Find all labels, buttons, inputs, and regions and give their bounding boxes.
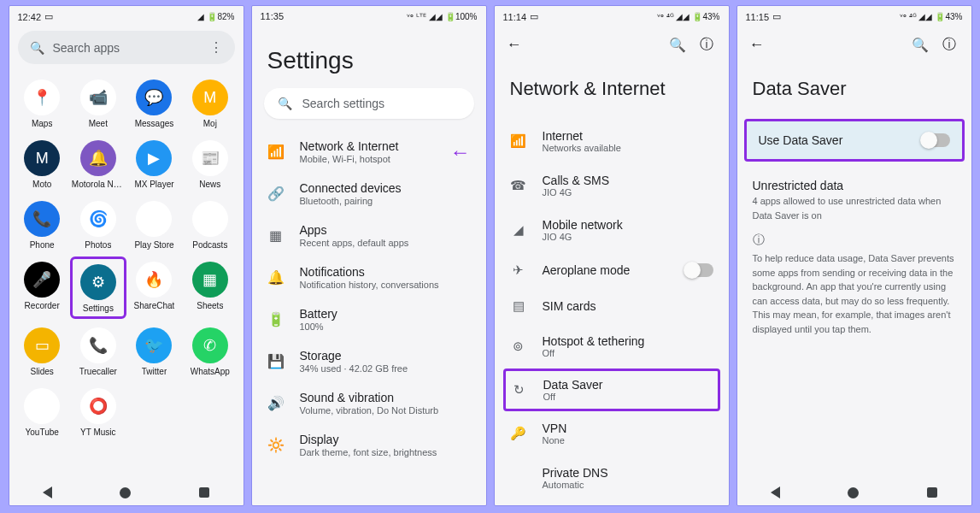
aeroplane-toggle[interactable] [684, 263, 713, 277]
setting-icon: 🔔 [267, 269, 285, 286]
app-icon: ▶ [24, 388, 60, 424]
app-icon: ▶ [136, 201, 172, 237]
row-icon: ⊚ [510, 339, 527, 354]
network-private-dns[interactable]: Private DNSAutomatic [495, 456, 729, 500]
setting-storage[interactable]: 💾Storage34% used · 42.02 GB free [252, 340, 486, 382]
setting-connected-devices[interactable]: 🔗Connected devicesBluetooth, pairing [252, 173, 486, 215]
network-aeroplane-mode[interactable]: ✈Aeroplane mode [495, 252, 729, 288]
page-title: Data Saver [737, 61, 971, 119]
app-label: Moto [32, 180, 51, 189]
app-icon: 📞 [24, 201, 60, 237]
app-moj[interactable]: MMoj [182, 74, 238, 132]
app-moto[interactable]: MMoto [15, 135, 70, 192]
setting-network---internet[interactable]: 📶Network & InternetMobile, Wi-Fi, hotspo… [252, 131, 486, 173]
app-label: Slides [31, 367, 54, 376]
setting-title: Apps [300, 223, 471, 237]
app-twitter[interactable]: 🐦Twitter [126, 322, 182, 380]
more-icon[interactable]: ⋮ [209, 39, 223, 56]
setting-icon: ▦ [267, 227, 285, 244]
nav-back-button[interactable] [771, 486, 780, 498]
use-data-saver-row[interactable]: Use Data Saver [744, 119, 965, 162]
setting-icon: 📶 [267, 144, 285, 160]
nav-recent-button[interactable] [927, 487, 937, 498]
back-button[interactable]: ← [749, 36, 765, 54]
setting-title: Network & Internet [300, 139, 440, 153]
app-icon: 🔥 [136, 262, 172, 298]
app-icon: ⭕ [80, 388, 116, 424]
row-title: VPN [543, 422, 713, 435]
network-mobile-network[interactable]: ◢Mobile networkJIO 4G [495, 208, 729, 252]
app-podcasts[interactable]: 🎙Podcasts [182, 196, 238, 253]
nav-home-button[interactable] [848, 487, 859, 498]
screenshot-container: 12:42 ▭ ◢ 🔋82% 🔍 Search apps ⋮ 📍Maps📹Mee… [5, 5, 975, 506]
row-icon: ☎ [510, 178, 527, 193]
app-motorolanoti[interactable]: 🔔Motorola Noti... [70, 135, 126, 192]
app-news[interactable]: 📰News [182, 135, 238, 192]
setting-sub: Volume, vibration, Do Not Disturb [300, 405, 471, 416]
app-phone[interactable]: 📞Phone [15, 196, 70, 253]
search-icon[interactable]: 🔍 [666, 33, 690, 56]
nav-recent-button[interactable] [199, 487, 209, 498]
unrestricted-title[interactable]: Unrestricted data [737, 162, 971, 194]
nav-home-button[interactable] [120, 487, 131, 498]
row-title: Private DNS [543, 466, 713, 480]
network-vpn[interactable]: 🔑VPNNone [495, 411, 729, 456]
signal-icons: ᵛᵒ ᴸᵀᴱ ◢◢ [407, 12, 443, 21]
row-icon: 🔑 [510, 426, 527, 441]
data-saver-toggle[interactable] [921, 133, 950, 147]
network-hotspot---tethering[interactable]: ⊚Hotspot & tetheringOff [495, 324, 729, 369]
network-calls---sms[interactable]: ☎Calls & SMSJIO 4G [495, 163, 729, 208]
setting-sound---vibration[interactable]: 🔊Sound & vibrationVolume, vibration, Do … [252, 382, 486, 424]
app-ytmusic[interactable]: ⭕YT Music [70, 383, 126, 440]
network-internet[interactable]: 📶InternetNetworks available [495, 119, 729, 163]
app-youtube[interactable]: ▶YouTube [15, 383, 70, 440]
network-sim-cards[interactable]: ▤SIM cards [495, 288, 729, 324]
row-title: Hotspot & tethering [543, 334, 713, 348]
row-title: Aeroplane mode [543, 263, 669, 277]
app-icon: M [24, 140, 60, 176]
app-icon: 📹 [80, 80, 116, 115]
app-slides[interactable]: ▭Slides [15, 322, 70, 380]
help-icon[interactable]: ⓘ [696, 32, 717, 57]
status-bar: 12:42 ▭ ◢ 🔋82% [9, 6, 244, 26]
app-meet[interactable]: 📹Meet [70, 74, 126, 132]
row-icon: ↻ [511, 382, 528, 398]
search-icon: 🔍 [30, 41, 44, 55]
nav-back-button[interactable] [43, 486, 52, 498]
app-icon: 🎤 [24, 262, 60, 298]
row-icon: ◢ [510, 222, 527, 238]
help-icon[interactable]: ⓘ [939, 32, 959, 57]
search-apps-input[interactable]: 🔍 Search apps ⋮ [18, 31, 235, 64]
page-title: Settings [252, 25, 486, 88]
app-mxplayer[interactable]: ▶MX Player [126, 135, 182, 192]
row-sub: None [543, 435, 713, 445]
app-icon: 🎙 [192, 201, 228, 237]
setting-title: Notifications [300, 265, 471, 279]
app-icon: 💬 [136, 80, 172, 115]
app-truecaller[interactable]: 📞Truecaller [70, 322, 126, 380]
app-messages[interactable]: 💬Messages [126, 74, 182, 132]
search-icon[interactable]: 🔍 [908, 33, 932, 56]
app-photos[interactable]: 🌀Photos [70, 196, 126, 253]
screen-data-saver: 11:15 ▭ ᵛᵒ ⁴ᴳ ◢◢ 🔋43% ← 🔍 ⓘ Data Saver U… [736, 5, 972, 506]
signal-icon: ◢ [197, 12, 204, 21]
setting-notifications[interactable]: 🔔NotificationsNotification history, conv… [252, 256, 486, 298]
network-data-saver[interactable]: ↻Data SaverOff [503, 369, 720, 411]
setting-battery[interactable]: 🔋Battery100% [252, 298, 486, 340]
app-sharechat[interactable]: 🔥ShareChat [126, 256, 182, 319]
status-bar: 11:15 ▭ ᵛᵒ ⁴ᴳ ◢◢ 🔋43% [737, 6, 971, 26]
search-settings-input[interactable]: 🔍 Search settings [264, 88, 474, 119]
setting-display[interactable]: 🔆DisplayDark theme, font size, brightnes… [252, 424, 486, 466]
app-label: YouTube [26, 428, 59, 437]
app-label: ShareChat [134, 301, 175, 310]
app-playstore[interactable]: ▶Play Store [126, 196, 182, 253]
app-label: Moj [203, 119, 217, 128]
setting-apps[interactable]: ▦AppsRecent apps, default apps [252, 215, 486, 256]
app-recorder[interactable]: 🎤Recorder [15, 256, 70, 319]
app-sheets[interactable]: ▦Sheets [182, 256, 238, 319]
app-settings[interactable]: ⚙Settings [70, 256, 126, 319]
app-whatsapp[interactable]: ✆WhatsApp [182, 322, 238, 380]
app-icon: 🌀 [80, 201, 116, 237]
back-button[interactable]: ← [507, 36, 522, 54]
app-maps[interactable]: 📍Maps [15, 74, 70, 132]
